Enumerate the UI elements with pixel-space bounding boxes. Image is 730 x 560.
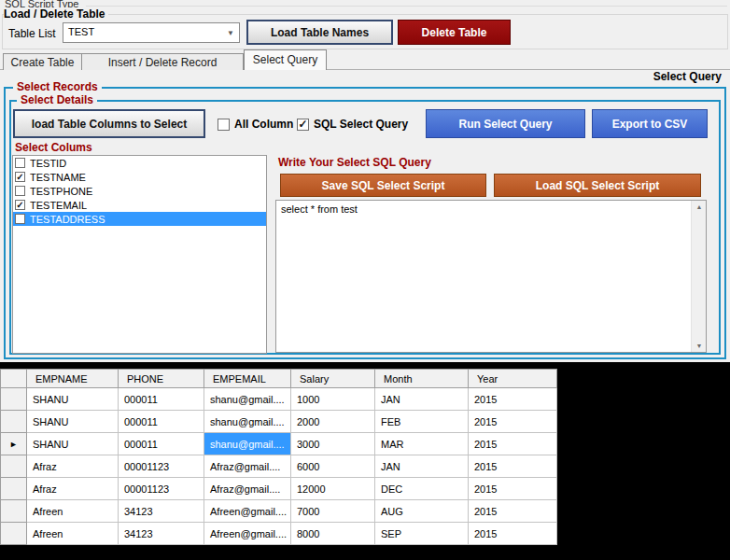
grid-cell[interactable]: 2015 (469, 523, 557, 545)
row-selector[interactable] (1, 455, 27, 478)
table-row: Afraz00001123Afraz@gmail....12000DEC2015 (1, 478, 557, 500)
load-sql-script-button[interactable]: Load SQL Select Script (494, 174, 701, 197)
load-table-columns-button[interactable]: load Table Columns to Select (13, 109, 205, 138)
grid-column-header[interactable]: EMPEMAIL (204, 370, 291, 388)
grid-cell[interactable]: 2015 (469, 388, 557, 411)
grid-cell[interactable]: 2015 (469, 455, 557, 478)
load-table-names-button[interactable]: Load Table Names (246, 20, 393, 45)
grid-column-header[interactable]: Year (469, 370, 557, 388)
tab-create-table[interactable]: Create Table (3, 53, 82, 70)
table-row: Afreen34123Afreen@gmail....8000SEP2015 (1, 523, 557, 545)
grid-cell[interactable]: 000011 (119, 388, 204, 411)
results-grid-backdrop: EMPNAMEPHONEEMPEMAILSalaryMonthYear SHAN… (0, 362, 730, 560)
delete-table-button[interactable]: Delete Table (398, 20, 511, 45)
grid-cell[interactable]: FEB (375, 411, 469, 433)
grid-cell[interactable]: 000011 (119, 433, 204, 455)
script-type-groupbox-line (86, 6, 727, 7)
load-delete-table-label: Load / Delete Table (4, 7, 108, 21)
column-list-label: TESTNAME (30, 172, 86, 183)
select-records-label: Select Records (13, 80, 102, 93)
all-column-checkbox-icon[interactable] (218, 119, 230, 131)
grid-cell[interactable]: 3000 (291, 433, 375, 455)
grid-column-header[interactable]: Salary (291, 370, 375, 388)
grid-cell[interactable]: SHANU (27, 411, 119, 433)
column-checklist[interactable]: TESTID✓TESTNAMETESTPHONE✓TESTEMAILTESTAD… (12, 155, 267, 354)
row-selector[interactable] (1, 411, 27, 433)
table-list-label: Table List (8, 27, 56, 40)
table-list-value: TEST (68, 26, 94, 37)
column-list-item-testaddress[interactable]: TESTADDRESS (13, 212, 266, 226)
grid-column-header[interactable]: EMPNAME (27, 370, 119, 388)
grid-cell[interactable]: Afreen@gmail.... (204, 500, 291, 523)
grid-column-header[interactable]: PHONE (119, 370, 204, 388)
export-to-csv-button[interactable]: Export to CSV (592, 109, 708, 138)
table-list-dropdown[interactable]: TEST ▼ (63, 22, 240, 43)
grid-cell[interactable]: 7000 (291, 500, 375, 523)
grid-cell[interactable]: 34123 (119, 500, 204, 523)
scroll-down-icon[interactable]: ▼ (692, 343, 707, 349)
grid-header-row: EMPNAMEPHONEEMPEMAILSalaryMonthYear (1, 370, 557, 388)
sql-query-editor[interactable]: select * from test ▲ ▼ (275, 200, 707, 353)
tab-insert-delete-record[interactable]: Insert / Delete Record (82, 53, 244, 70)
grid-cell[interactable]: 8000 (291, 523, 375, 545)
column-list-item-testphone[interactable]: TESTPHONE (13, 184, 266, 198)
grid-cell[interactable]: Afraz (27, 478, 119, 500)
checkbox-icon[interactable]: ✓ (15, 200, 25, 210)
grid-cell[interactable]: Afreen (27, 500, 119, 523)
grid-cell[interactable]: SHANU (27, 388, 119, 411)
grid-cell[interactable]: shanu@gmail.... (204, 388, 291, 411)
grid-cell[interactable]: JAN (375, 455, 469, 478)
sql-select-query-checkbox[interactable]: ✓ SQL Select Query (297, 118, 408, 131)
grid-cell[interactable]: 00001123 (119, 478, 204, 500)
save-sql-script-button[interactable]: Save SQL Select Script (280, 174, 486, 197)
checkbox-icon[interactable]: ✓ (15, 172, 25, 182)
grid-cell[interactable]: Afraz (27, 455, 119, 478)
table-row: SHANU000011shanu@gmail....2000FEB2015 (1, 411, 557, 433)
grid-cell[interactable]: 2000 (291, 411, 375, 433)
grid-cell[interactable]: Afreen (27, 523, 119, 545)
sql-query-text[interactable]: select * from test (281, 203, 358, 215)
checkbox-icon[interactable] (15, 186, 25, 196)
grid-cell[interactable]: Afraz@gmail.... (204, 478, 291, 500)
chevron-down-icon[interactable]: ▼ (227, 29, 234, 37)
column-list-item-testid[interactable]: TESTID (13, 156, 266, 170)
all-column-label: All Column (234, 118, 293, 131)
grid-cell[interactable]: 2015 (469, 411, 557, 433)
row-selector[interactable] (1, 478, 27, 500)
grid-cell[interactable]: 2015 (469, 433, 557, 455)
grid-column-header[interactable]: Month (375, 370, 469, 388)
checkbox-icon[interactable] (15, 214, 25, 224)
grid-cell[interactable]: AUG (375, 500, 469, 523)
grid-cell[interactable]: 2015 (469, 478, 557, 500)
grid-cell[interactable]: shanu@gmail.... (204, 433, 291, 455)
row-selector[interactable] (1, 388, 27, 411)
checkbox-icon[interactable] (15, 158, 25, 168)
grid-cell[interactable]: SHANU (27, 433, 119, 455)
grid-cell[interactable]: Afraz@gmail.... (204, 455, 291, 478)
column-list-label: TESTADDRESS (30, 214, 105, 225)
column-list-item-testname[interactable]: ✓TESTNAME (13, 170, 266, 184)
grid-cell[interactable]: 34123 (119, 523, 204, 545)
scroll-up-icon[interactable]: ▲ (692, 203, 707, 210)
grid-cell[interactable]: 1000 (291, 388, 375, 411)
scrollbar[interactable]: ▲ ▼ (691, 201, 706, 352)
grid-cell[interactable]: 2015 (469, 500, 557, 523)
grid-cell[interactable]: 00001123 (119, 455, 204, 478)
run-select-query-button[interactable]: Run Select Query (426, 109, 585, 138)
grid-cell[interactable]: SEP (375, 523, 469, 545)
grid-cell[interactable]: shanu@gmail.... (204, 411, 291, 433)
grid-cell[interactable]: Afreen@gmail.... (204, 523, 291, 545)
column-list-item-testemail[interactable]: ✓TESTEMAIL (13, 198, 266, 212)
grid-cell[interactable]: DEC (375, 478, 469, 500)
grid-cell[interactable]: 12000 (291, 478, 375, 500)
row-selector[interactable] (1, 523, 27, 545)
tab-select-query[interactable]: Select Query (244, 49, 327, 70)
current-row-arrow-icon[interactable]: ► (1, 433, 27, 455)
grid-cell[interactable]: 000011 (119, 411, 204, 433)
sql-select-query-checkbox-icon[interactable]: ✓ (297, 119, 309, 131)
grid-cell[interactable]: 6000 (291, 455, 375, 478)
all-column-checkbox[interactable]: All Column (218, 118, 293, 131)
grid-cell[interactable]: MAR (375, 433, 469, 455)
grid-cell[interactable]: JAN (375, 388, 469, 411)
row-selector[interactable] (1, 500, 27, 523)
